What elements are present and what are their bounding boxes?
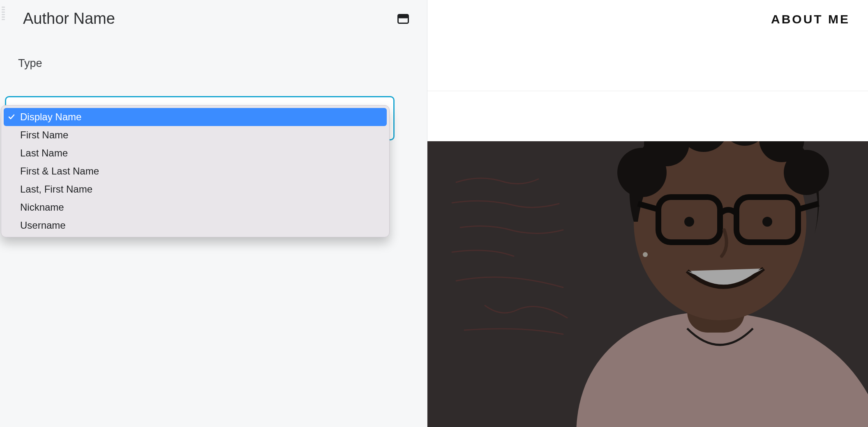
preview-header: ABOUT ME xyxy=(427,0,868,91)
type-field-label: Type xyxy=(18,57,409,70)
svg-rect-10 xyxy=(658,197,720,242)
panel-body: Type xyxy=(0,28,427,70)
type-option[interactable]: Last, First Name xyxy=(4,180,387,198)
svg-point-4 xyxy=(617,148,667,197)
svg-rect-2 xyxy=(687,275,745,333)
popup-toggle-icon[interactable] xyxy=(397,14,409,24)
panel-header: Author Name xyxy=(0,0,427,28)
panel-title: Author Name xyxy=(23,10,115,28)
type-option[interactable]: Last Name xyxy=(4,144,387,162)
type-option[interactable]: Display Name xyxy=(4,108,387,126)
check-icon xyxy=(8,113,15,121)
type-option[interactable]: First & Last Name xyxy=(4,162,387,180)
settings-panel: Author Name Type Display NameFirst NameL… xyxy=(0,0,427,427)
person-illustration-icon xyxy=(515,141,868,427)
type-option-label: Display Name xyxy=(20,111,81,123)
type-option-label: Nickname xyxy=(20,202,64,213)
type-option-label: Last, First Name xyxy=(20,184,92,195)
hero-image xyxy=(427,141,868,427)
svg-point-7 xyxy=(722,141,767,146)
svg-rect-11 xyxy=(736,197,798,242)
type-dropdown: Display NameFirst NameLast NameFirst & L… xyxy=(1,105,390,237)
whiteboard-scribbles-icon xyxy=(440,158,727,371)
drag-handle-icon[interactable] xyxy=(2,7,5,20)
svg-point-8 xyxy=(759,141,804,162)
svg-point-5 xyxy=(644,141,689,166)
type-option-label: Username xyxy=(20,220,66,231)
svg-point-12 xyxy=(684,217,694,227)
svg-point-14 xyxy=(643,252,648,257)
svg-point-9 xyxy=(784,150,829,195)
svg-point-13 xyxy=(762,217,772,227)
type-option-label: Last Name xyxy=(20,147,68,159)
type-option-label: First & Last Name xyxy=(20,165,99,177)
svg-point-3 xyxy=(634,141,806,320)
svg-point-6 xyxy=(679,141,728,152)
preview-panel: ABOUT ME xyxy=(427,0,868,427)
type-option[interactable]: First Name xyxy=(4,126,387,144)
type-option-label: First Name xyxy=(20,129,68,141)
nav-link-about[interactable]: ABOUT ME xyxy=(771,12,850,26)
svg-rect-1 xyxy=(398,14,409,18)
type-option[interactable]: Username xyxy=(4,216,387,234)
preview-spacer xyxy=(427,91,868,141)
type-option[interactable]: Nickname xyxy=(4,198,387,216)
